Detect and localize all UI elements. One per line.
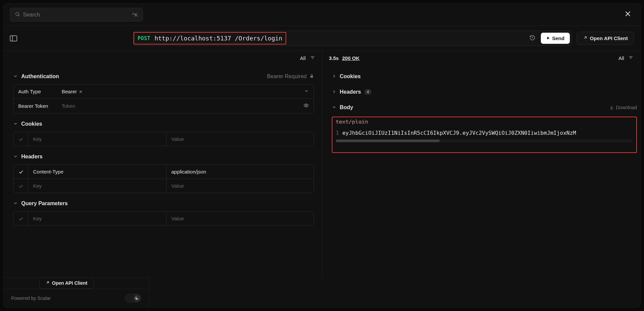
search-shortcut: ^K bbox=[132, 12, 138, 18]
header-value[interactable]: application/json bbox=[167, 165, 314, 179]
response-body-box: text/plain 1 eyJhbGciOiJIUzI1NiIsInR5cCI… bbox=[332, 117, 637, 153]
open-api-client-button[interactable]: Open API Client bbox=[577, 32, 634, 45]
header-key[interactable]: Content-Type bbox=[28, 165, 167, 179]
response-duration: 3.5s bbox=[329, 55, 339, 61]
search-input[interactable] bbox=[23, 12, 129, 18]
row-check-icon[interactable] bbox=[13, 179, 28, 193]
header-value-input[interactable]: Value bbox=[167, 179, 314, 193]
chevron-right-icon bbox=[332, 74, 336, 80]
svg-point-9 bbox=[305, 105, 307, 106]
search-icon bbox=[15, 11, 20, 18]
close-icon[interactable] bbox=[621, 9, 634, 21]
url-bar[interactable]: POST http://localhost:5137 /Orders/login… bbox=[133, 31, 572, 46]
authentication-title: Authentication bbox=[21, 73, 59, 80]
eye-icon[interactable] bbox=[303, 103, 309, 109]
section-authentication[interactable]: Authentication Bearer Required bbox=[13, 69, 314, 84]
auth-type-row[interactable]: Auth Type Bearer ✕ bbox=[13, 85, 314, 98]
response-content-type: text/plain bbox=[332, 117, 637, 128]
auth-meta: Bearer Required bbox=[267, 73, 306, 80]
send-label: Send bbox=[552, 35, 565, 41]
open-api-client-label: Open API Client bbox=[590, 35, 628, 41]
table-row[interactable]: Content-Type application/json bbox=[13, 165, 314, 179]
response-section-cookies[interactable]: Cookies bbox=[332, 69, 637, 84]
open-api-client-bottom-label: Open API Client bbox=[52, 280, 87, 286]
cookie-key-input[interactable]: Key bbox=[28, 132, 167, 146]
svg-point-0 bbox=[16, 12, 19, 15]
chevron-down-icon bbox=[13, 74, 18, 80]
section-cookies[interactable]: Cookies bbox=[13, 116, 314, 132]
query-title: Query Parameters bbox=[21, 200, 68, 207]
horizontal-scrollbar[interactable] bbox=[336, 139, 633, 142]
bearer-token-input[interactable]: Token bbox=[62, 103, 75, 109]
table-row[interactable]: Key Value bbox=[13, 179, 314, 193]
open-external-icon bbox=[46, 280, 50, 286]
response-body-title: Body bbox=[340, 104, 353, 111]
chevron-down-icon bbox=[13, 121, 18, 127]
filter-icon[interactable] bbox=[310, 55, 315, 61]
url-highlight-box: POST http://localhost:5137 /Orders/login bbox=[134, 32, 286, 44]
clear-auth-icon[interactable]: ✕ bbox=[78, 89, 83, 94]
bearer-token-row[interactable]: Bearer Token Token bbox=[13, 98, 314, 113]
response-section-headers[interactable]: Headers 4 bbox=[332, 84, 637, 100]
headers-title: Headers bbox=[21, 154, 42, 160]
query-key-input[interactable]: Key bbox=[28, 212, 167, 225]
download-label: Download bbox=[616, 105, 637, 110]
download-button[interactable]: Download bbox=[609, 105, 637, 110]
sidebar-toggle-icon[interactable] bbox=[10, 35, 17, 41]
chevron-down-icon bbox=[13, 154, 18, 160]
response-headers-title: Headers bbox=[340, 89, 361, 95]
cookie-value-input[interactable]: Value bbox=[167, 132, 314, 146]
moon-icon bbox=[134, 295, 140, 302]
chevron-down-icon[interactable] bbox=[304, 89, 309, 94]
http-method[interactable]: POST bbox=[138, 35, 150, 41]
request-url[interactable]: http://localhost:5137 /Orders/login bbox=[154, 35, 282, 42]
line-number: 1 bbox=[336, 130, 339, 136]
chevron-right-icon bbox=[332, 89, 336, 95]
lock-icon bbox=[310, 74, 314, 79]
bearer-token-label: Bearer Token bbox=[18, 103, 57, 109]
svg-line-1 bbox=[19, 15, 20, 16]
response-status: 200 OK bbox=[342, 55, 360, 61]
section-headers[interactable]: Headers bbox=[13, 149, 314, 164]
open-api-client-bottom-button[interactable]: Open API Client bbox=[39, 277, 94, 289]
auth-type-value: Bearer ✕ bbox=[62, 89, 83, 94]
filter-icon[interactable] bbox=[628, 55, 634, 61]
search-box[interactable]: ^K bbox=[10, 8, 143, 22]
response-token: eyJhbGciOiJIUzI1NiIsInR5cCI6IkpXVCJ9.eyJ… bbox=[342, 130, 576, 136]
table-row[interactable]: Key Value bbox=[13, 132, 314, 146]
header-key-input[interactable]: Key bbox=[28, 179, 167, 193]
row-check-icon[interactable] bbox=[13, 132, 28, 146]
table-row[interactable]: Key Value bbox=[13, 212, 314, 225]
response-filter-all[interactable]: All bbox=[618, 55, 624, 61]
section-query-params[interactable]: Query Parameters bbox=[13, 196, 314, 211]
response-code-line[interactable]: 1 eyJhbGciOiJIUzI1NiIsInR5cCI6IkpXVCJ9.e… bbox=[332, 128, 637, 138]
chevron-down-icon bbox=[332, 105, 336, 111]
cookies-title: Cookies bbox=[21, 121, 42, 127]
response-headers-count: 4 bbox=[364, 89, 372, 95]
request-filter-all[interactable]: All bbox=[300, 55, 306, 61]
theme-toggle[interactable] bbox=[125, 294, 141, 303]
row-check-icon[interactable] bbox=[13, 165, 28, 179]
chevron-down-icon bbox=[13, 201, 18, 207]
play-icon bbox=[546, 35, 550, 41]
query-value-input[interactable]: Value bbox=[167, 212, 314, 225]
history-icon[interactable] bbox=[527, 35, 537, 42]
send-button[interactable]: Send bbox=[541, 33, 570, 44]
open-external-icon bbox=[583, 35, 588, 41]
response-section-body[interactable]: Body Download bbox=[332, 100, 637, 115]
powered-by-label: Powered by Scalar bbox=[11, 296, 51, 301]
svg-rect-8 bbox=[310, 76, 313, 77]
response-cookies-title: Cookies bbox=[340, 73, 361, 80]
scrollbar-thumb[interactable] bbox=[336, 139, 440, 142]
auth-type-label: Auth Type bbox=[18, 89, 57, 94]
svg-marker-4 bbox=[547, 37, 550, 39]
row-check-icon[interactable] bbox=[13, 212, 28, 225]
